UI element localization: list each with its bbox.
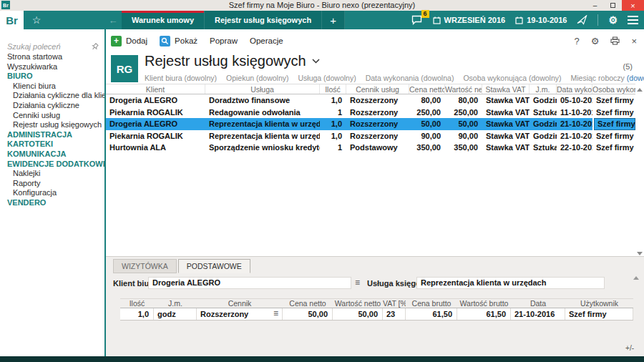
table-row[interactable]: Drogeria ALEGROReprezentacja klienta w u… — [106, 118, 635, 130]
minimize-button[interactable]: – — [586, 0, 604, 11]
filter-value[interactable]: (dowolny) — [627, 74, 644, 82]
column-header[interactable]: Stawka VAT — [482, 84, 530, 94]
sidebar-item[interactable]: Wyszukiwarka — [0, 62, 104, 72]
table-cell: 1 — [320, 142, 346, 154]
table-cell: Stawka VAT podst... — [482, 130, 530, 142]
table-row[interactable]: Piekarnia ROGALIKRedagowanie odwołania1R… — [106, 107, 635, 119]
current-date-button[interactable]: 19-10-2016 — [515, 16, 567, 24]
filter-chip[interactable]: Klient biura (dowolny) — [145, 74, 217, 82]
command-search[interactable]: Szukaj poleceń — [7, 41, 99, 52]
working-month-button[interactable]: WRZESIEŃ 2016 — [433, 16, 506, 24]
filter-chip[interactable]: Opiekun (dowolny) — [226, 74, 289, 82]
show-button[interactable]: Pokaż — [160, 36, 197, 47]
table-cell: Sporządzenie wniosku kredytowego — [205, 142, 320, 154]
client-menu-icon[interactable]: ≡ — [355, 277, 360, 289]
view-badge: RG — [111, 55, 138, 82]
magnifier-icon — [160, 36, 170, 47]
main-area: + Dodaj Pokaż Popraw Operacje ? ⚙ — [106, 29, 644, 356]
new-tab-button[interactable]: + — [322, 11, 345, 29]
sidebar-item[interactable]: Cenniki usług — [0, 111, 104, 121]
column-header[interactable]: Cena netto — [409, 84, 445, 94]
filter-chip[interactable]: Miesiąc roboczy(dowolny) — [571, 74, 644, 82]
detail-column-header: Data — [511, 299, 565, 308]
table-cell: Stawka VAT podst... — [482, 107, 530, 119]
table-cell: Szef firmy — [592, 118, 635, 130]
resize-hint[interactable]: +/- — [625, 344, 634, 352]
table-cell: Stawka VAT podst... — [482, 118, 530, 130]
sidebar-item[interactable]: Konfiguracja — [0, 188, 104, 198]
sidebar-item[interactable]: Działania cykliczne dla klienta — [0, 91, 104, 101]
close-view-button[interactable]: × — [631, 36, 637, 47]
app-logo[interactable]: Br — [0, 11, 24, 29]
view-settings-gear-icon[interactable]: ⚙ — [591, 36, 600, 47]
detail-column-header: Cennik — [197, 299, 283, 308]
back-arrow-icon[interactable]: ← — [106, 11, 120, 29]
table-cell: 80,00 — [409, 94, 445, 107]
tab-rejestr-uslug[interactable]: Rejestr usług księgowych — [205, 11, 322, 29]
service-field[interactable]: Reprezentacja klienta w urzędach — [416, 277, 605, 289]
sidebar-section[interactable]: KARTOTEKI — [0, 140, 104, 150]
sidebar-item[interactable]: Strona startowa — [0, 52, 104, 62]
table-row[interactable]: Hurtownia ALASporządzenie wniosku kredyt… — [106, 142, 635, 154]
restore-button[interactable] — [604, 0, 622, 11]
table-cell: 21-10-2016 — [557, 118, 592, 130]
page-title[interactable]: Rejestr usług księgowych — [145, 53, 320, 69]
column-header[interactable]: J.m. — [530, 84, 557, 94]
detail-fields: Klient biura: Drogeria ALEGRO ≡ Usługa k… — [106, 277, 644, 290]
dropdown-icon[interactable]: ≡ — [273, 308, 282, 320]
sidebar-section[interactable]: ADMINISTRACJA — [0, 130, 104, 140]
table-cell: Stawka VAT podst... — [482, 94, 530, 107]
table-cell: Rozszerzony — [346, 130, 409, 142]
detail-cell: 50,00 — [333, 308, 383, 320]
send-icon — [577, 15, 587, 25]
table-row[interactable]: Piekarnia ROGALIKReprezentacja klienta w… — [106, 130, 635, 142]
scroll-down-icon[interactable] — [637, 252, 643, 255]
sidebar-item[interactable]: Raporty — [0, 179, 104, 189]
operations-button[interactable]: Operacje — [250, 36, 283, 45]
detail-column-header: Ilość — [120, 299, 154, 308]
filter-chip[interactable]: Osoba wykonująca (dowolny) — [463, 74, 561, 82]
detail-tab-wizytówka[interactable]: WIZYTÓWKA — [113, 259, 177, 273]
top-band: Br ☆ ← Warunek umowy Rejestr usług księg… — [0, 11, 644, 29]
edit-button[interactable]: Popraw — [210, 36, 238, 45]
filter-chip[interactable]: Usługa (dowolny) — [298, 74, 356, 82]
column-header[interactable]: Cennik usług — [346, 84, 409, 94]
column-header[interactable]: Wartość netto — [445, 84, 482, 94]
settings-gear-icon[interactable]: ⚙ — [608, 15, 618, 25]
sidebar-item[interactable]: Naklejki — [0, 169, 104, 179]
sidebar-section[interactable]: BIURO — [0, 72, 104, 82]
sidebar-item[interactable]: Działania cykliczne — [0, 101, 104, 111]
table-row[interactable]: Drogeria ALEGRODoradztwo finansowe1,0Roz… — [106, 94, 635, 107]
favorite-star-icon[interactable]: ☆ — [27, 11, 46, 29]
detail-cell: 61,50 — [406, 308, 457, 320]
sidebar-item[interactable]: Klienci biura — [0, 82, 104, 92]
column-header[interactable]: Data wykon... — [557, 84, 592, 94]
tab-warunek-umowy[interactable]: Warunek umowy — [122, 11, 205, 29]
send-button[interactable] — [577, 15, 587, 25]
column-header[interactable]: Klient — [106, 84, 205, 94]
sidebar-section[interactable]: VENDERO — [0, 198, 104, 208]
vertical-scrollbar[interactable] — [635, 84, 644, 255]
print-button[interactable] — [610, 36, 620, 45]
detail-row[interactable]: 1,0godzRozszerzony≡50,0050,002361,5061,5… — [120, 308, 633, 321]
sidebar-section[interactable]: EWIDENCJE DODATKOWE — [0, 160, 104, 170]
column-header[interactable]: Usługa — [205, 84, 320, 94]
sidebar-section[interactable]: KOMUNIKACJA — [0, 150, 104, 160]
table-cell: Godzina — [530, 118, 557, 130]
column-header[interactable]: Osoba wykonująca — [592, 84, 635, 94]
detail-tab-podstawowe[interactable]: PODSTAWOWE — [178, 259, 250, 273]
titlebar: Br Szef firmy na Moje Biuro - Biuro nexo… — [0, 0, 644, 11]
sidebar-item[interactable]: Rejestr usług księgowych — [0, 120, 104, 130]
scroll-up-icon[interactable] — [637, 88, 643, 92]
help-button[interactable]: ? — [575, 36, 580, 47]
tab-bar: Warunek umowy Rejestr usług księgowych + — [122, 11, 345, 29]
close-button[interactable]: × — [622, 0, 644, 11]
client-field[interactable]: Drogeria ALEGRO — [148, 277, 351, 289]
column-header[interactable]: Ilość — [320, 84, 346, 94]
pin-icon[interactable] — [91, 43, 99, 51]
filter-chip[interactable]: Data wykonania (dowolna) — [366, 74, 454, 82]
menu-icon[interactable] — [628, 16, 638, 24]
messages-button[interactable]: 6 — [411, 15, 423, 25]
current-date-label: 19-10-2016 — [527, 16, 567, 24]
add-button[interactable]: + Dodaj — [111, 36, 147, 47]
